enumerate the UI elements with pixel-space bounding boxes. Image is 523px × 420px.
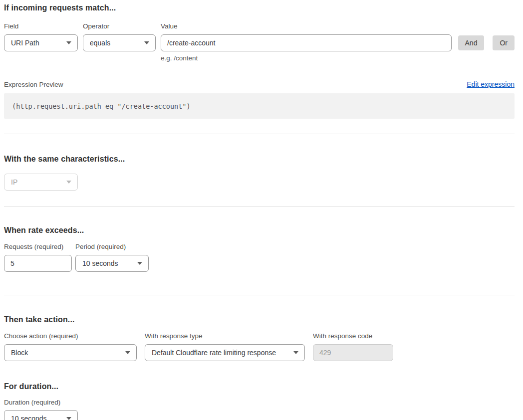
response-code-label: With response code [313,332,393,340]
connector-buttons: And Or [458,34,515,50]
choose-action-select[interactable]: Block [4,344,137,361]
expression-preview-box: (http.request.uri.path eq "/create-accou… [4,93,515,119]
label-spacer [452,22,515,34]
chevron-down-icon [66,181,71,184]
response-type-label: With response type [145,332,305,340]
chevron-down-icon [66,417,71,420]
rate-row: Requests (required) Period (required) 10… [4,243,515,272]
field-group-response-type: With response type Default Cloudflare ra… [145,332,305,361]
section-rate-exceeds: When rate exceeds... Requests (required)… [4,226,515,272]
response-type-select[interactable]: Default Cloudflare rate limiting respons… [145,344,305,361]
characteristics-select-value: IP [11,178,17,186]
period-select[interactable]: 10 seconds [75,255,149,272]
field-group-value: Value e.g. /content [161,22,452,62]
expression-preview-label: Expression Preview [4,81,63,88]
duration-label: Duration (required) [4,399,515,406]
response-code-input [313,344,393,361]
section-title-duration: For duration... [4,382,515,391]
chevron-down-icon [125,351,130,354]
section-divider [4,207,515,207]
period-label: Period (required) [75,243,149,250]
match-builder-row: Field URI Path Operator equals Value e.g… [4,22,515,62]
section-title-action: Then take action... [4,315,515,324]
value-input[interactable] [161,34,452,51]
response-type-select-value: Default Cloudflare rate limiting respons… [152,349,276,357]
field-group-response-code: With response code [313,332,393,361]
operator-select-value: equals [90,39,110,47]
or-button[interactable]: Or [493,35,515,50]
expression-code: (http.request.uri.path eq "/create-accou… [12,102,191,110]
field-label: Field [4,22,78,30]
value-label: Value [161,22,452,30]
and-button[interactable]: And [458,35,485,50]
duration-select[interactable]: 10 seconds [4,410,78,420]
field-group-period: Period (required) 10 seconds [75,243,149,272]
section-incoming-requests-match: If incoming requests match... Field URI … [4,3,515,119]
chevron-down-icon [137,262,142,265]
choose-action-label: Choose action (required) [4,332,137,340]
value-hint: e.g. /content [161,54,452,62]
section-take-action: Then take action... Choose action (requi… [4,315,515,361]
section-title-characteristics: With the same characteristics... [4,155,515,164]
field-group-field: Field URI Path [4,22,78,51]
period-select-value: 10 seconds [82,259,118,267]
field-group-choose-action: Choose action (required) Block [4,332,137,361]
field-group-operator: Operator equals [83,22,156,51]
section-for-duration: For duration... Duration (required) 10 s… [4,382,515,420]
requests-label: Requests (required) [4,243,72,250]
duration-select-value: 10 seconds [11,415,47,420]
action-row: Choose action (required) Block With resp… [4,332,515,361]
operator-label: Operator [83,22,156,30]
edit-expression-link[interactable]: Edit expression [467,80,515,88]
expression-preview-header: Expression Preview Edit expression [4,80,515,88]
section-divider [4,134,515,134]
characteristics-select: IP [4,174,78,191]
field-select-value: URI Path [11,39,39,47]
rate-limiting-rule-form: If incoming requests match... Field URI … [0,0,523,420]
connector-group: And Or [452,22,515,50]
section-same-characteristics: With the same characteristics... IP [4,155,515,191]
section-title-match: If incoming requests match... [4,3,515,12]
choose-action-select-value: Block [11,349,28,357]
field-select[interactable]: URI Path [4,34,78,51]
requests-input[interactable] [4,255,72,272]
section-title-rate: When rate exceeds... [4,226,515,235]
chevron-down-icon [293,351,298,354]
operator-select[interactable]: equals [83,34,156,51]
section-divider [4,295,515,295]
chevron-down-icon [66,41,71,44]
chevron-down-icon [144,41,149,44]
field-group-requests: Requests (required) [4,243,72,272]
